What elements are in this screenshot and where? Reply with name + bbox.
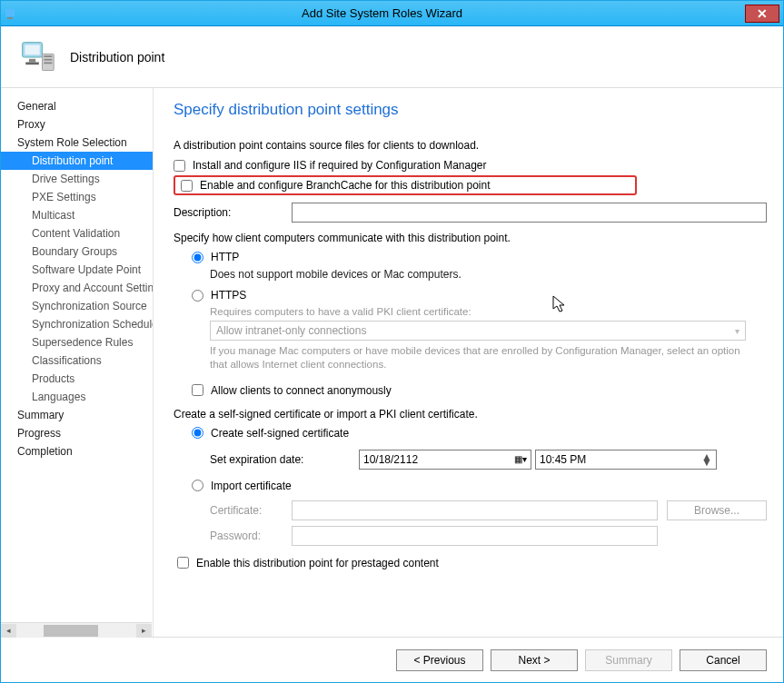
nav-item-synchronization-source[interactable]: Synchronization Source bbox=[1, 297, 153, 315]
scroll-thumb[interactable] bbox=[44, 625, 98, 637]
branchcache-highlight: Enable and configure BranchCache for thi… bbox=[174, 175, 637, 195]
nav-item-proxy[interactable]: Proxy bbox=[1, 115, 153, 134]
summary-button: Summary bbox=[585, 649, 672, 671]
svg-rect-1 bbox=[7, 17, 13, 19]
nav-item-completion[interactable]: Completion bbox=[1, 442, 153, 460]
https-connection-select: Allow intranet-only connections ▾ bbox=[210, 321, 746, 341]
checkbox-anonymous-label: Allow clients to connect anonymously bbox=[211, 384, 392, 397]
radio-http-label: HTTP bbox=[211, 251, 239, 263]
nav-item-languages[interactable]: Languages bbox=[1, 388, 153, 406]
next-button[interactable]: Next > bbox=[491, 649, 578, 671]
description-input[interactable] bbox=[292, 203, 767, 223]
svg-rect-3 bbox=[25, 45, 39, 54]
svg-rect-0 bbox=[5, 9, 15, 16]
radio-import-cert[interactable] bbox=[192, 480, 203, 491]
svg-rect-9 bbox=[44, 62, 52, 64]
nav-item-distribution-point[interactable]: Distribution point bbox=[1, 152, 153, 170]
https-hint: If you manage Mac computers or have mobi… bbox=[210, 344, 755, 371]
nav-item-summary[interactable]: Summary bbox=[1, 406, 153, 424]
radio-import-cert-label: Import certificate bbox=[211, 480, 292, 492]
chevron-down-icon: ▾ bbox=[735, 326, 739, 336]
svg-rect-5 bbox=[25, 62, 39, 64]
nav-item-classifications[interactable]: Classifications bbox=[1, 351, 153, 370]
svg-rect-7 bbox=[44, 55, 52, 57]
time-spinner-icon[interactable]: ▲▼ bbox=[701, 454, 712, 465]
intro-text: A distribution point contains source fil… bbox=[174, 139, 767, 152]
nav-item-products[interactable]: Products bbox=[1, 370, 153, 388]
checkbox-iis[interactable] bbox=[174, 160, 185, 172]
http-note: Does not support mobile devices or Mac c… bbox=[174, 268, 767, 281]
expiration-time-picker[interactable]: 10:45 PM ▲▼ bbox=[535, 450, 717, 470]
checkbox-branchcache[interactable] bbox=[181, 180, 193, 192]
https-note: Requires computers to have a valid PKI c… bbox=[174, 306, 767, 317]
scroll-track[interactable] bbox=[16, 624, 136, 638]
nav-item-software-update-point[interactable]: Software Update Point bbox=[1, 261, 153, 279]
wizard-footer: < Previous Next > Summary Cancel bbox=[1, 637, 783, 682]
nav-item-general[interactable]: General bbox=[1, 97, 153, 115]
content-heading: Specify distribution point settings bbox=[174, 101, 767, 119]
radio-create-cert[interactable] bbox=[192, 427, 203, 439]
nav-item-progress[interactable]: Progress bbox=[1, 424, 153, 442]
nav-item-content-validation[interactable]: Content Validation bbox=[1, 224, 153, 243]
expiration-label: Set expiration date: bbox=[210, 453, 355, 466]
nav-item-pxe-settings[interactable]: PXE Settings bbox=[1, 188, 153, 206]
checkbox-anonymous[interactable] bbox=[192, 384, 203, 396]
nav-item-boundary-groups[interactable]: Boundary Groups bbox=[1, 243, 153, 261]
content-pane: Specify distribution point settings A di… bbox=[154, 88, 783, 637]
nav-item-system-role-selection[interactable]: System Role Selection bbox=[1, 134, 153, 152]
browse-button: Browse... bbox=[667, 500, 767, 520]
checkbox-prestaged[interactable] bbox=[177, 557, 189, 569]
scroll-left-arrow[interactable]: ◂ bbox=[1, 624, 16, 638]
nav-item-synchronization-schedule[interactable]: Synchronization Schedule bbox=[1, 315, 153, 333]
nav-item-multicast[interactable]: Multicast bbox=[1, 206, 153, 224]
expiration-date-picker[interactable]: 10/18/2112 ▦▾ bbox=[359, 450, 531, 470]
titlebar[interactable]: Add Site System Roles Wizard ✕ bbox=[1, 1, 783, 26]
wizard-header: Distribution point bbox=[1, 26, 783, 88]
checkbox-iis-label: Install and configure IIS if required by… bbox=[193, 159, 487, 172]
description-label: Description: bbox=[174, 206, 283, 219]
password-label: Password: bbox=[210, 530, 283, 542]
comm-label: Specify how client computers communicate… bbox=[174, 232, 767, 244]
https-select-value: Allow intranet-only connections bbox=[216, 324, 366, 337]
expiration-time-value: 10:45 PM bbox=[540, 453, 586, 466]
svg-rect-4 bbox=[29, 58, 35, 62]
radio-https-label: HTTPS bbox=[211, 289, 246, 302]
radio-http[interactable] bbox=[192, 252, 203, 263]
page-title: Distribution point bbox=[70, 50, 164, 64]
close-button[interactable]: ✕ bbox=[745, 5, 779, 23]
scroll-right-arrow[interactable]: ▸ bbox=[136, 624, 152, 638]
cancel-button[interactable]: Cancel bbox=[680, 649, 767, 671]
certificate-label: Certificate: bbox=[210, 504, 283, 517]
window-title: Add Site System Roles Wizard bbox=[19, 6, 745, 20]
calendar-dropdown-icon[interactable]: ▦▾ bbox=[514, 454, 527, 464]
previous-button[interactable]: < Previous bbox=[396, 649, 483, 671]
radio-https[interactable] bbox=[192, 290, 203, 302]
cert-intro: Create a self-signed certificate or impo… bbox=[174, 408, 767, 421]
checkbox-branchcache-label: Enable and configure BranchCache for thi… bbox=[200, 179, 491, 192]
nav-horizontal-scrollbar[interactable]: ◂ ▸ bbox=[1, 622, 152, 638]
checkbox-prestaged-label: Enable this distribution point for prest… bbox=[196, 557, 439, 569]
server-icon bbox=[17, 39, 57, 75]
svg-rect-8 bbox=[44, 58, 52, 60]
nav-item-proxy-and-account-settings[interactable]: Proxy and Account Settings bbox=[1, 279, 153, 297]
password-field bbox=[292, 526, 658, 546]
expiration-date-value: 10/18/2112 bbox=[363, 453, 418, 466]
certificate-field bbox=[292, 500, 658, 520]
app-icon bbox=[5, 6, 19, 21]
nav-item-drive-settings[interactable]: Drive Settings bbox=[1, 170, 153, 188]
wizard-nav: GeneralProxySystem Role SelectionDistrib… bbox=[1, 88, 154, 637]
nav-item-supersedence-rules[interactable]: Supersedence Rules bbox=[1, 333, 153, 351]
radio-create-cert-label: Create self-signed certificate bbox=[211, 427, 349, 440]
